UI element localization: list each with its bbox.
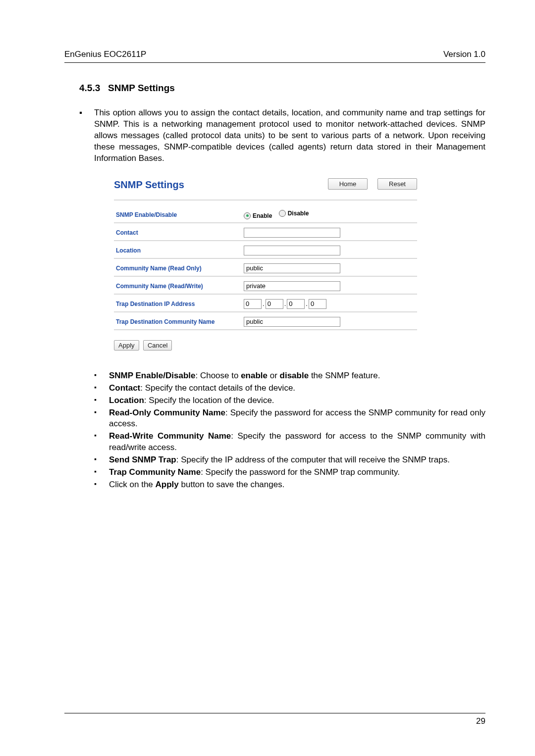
desc-bold: Send SNMP Trap [109,455,176,464]
section-number: 4.5.3 [79,83,100,93]
row-trap-comm: Trap Destination Community Name [114,312,417,330]
ip-dot: . [262,300,266,307]
row-comm-ro: Community Name (Read Only) [114,258,417,276]
list-item: Click on the Apply button to save the ch… [94,479,485,491]
radio-enable-label: Enable [253,212,272,219]
desc-text: : Specify the IP address of the computer… [176,455,450,464]
home-button[interactable]: Home [328,178,368,190]
contact-input[interactable] [244,228,340,238]
description-list: SNMP Enable/Disable: Choose to enable or… [64,370,485,491]
comm-ro-input[interactable] [244,263,340,273]
row-trap-ip: Trap Destination IP Address ... [114,294,417,312]
intro-paragraph: ▪This option allows you to assign the co… [64,107,485,164]
desc-text: : Specify the location of the device. [144,396,274,405]
apply-row: Apply Cancel [114,340,417,351]
desc-bold: SNMP Enable/Disable [109,371,195,380]
apply-button[interactable]: Apply [114,340,139,351]
ip-octet-1[interactable] [244,299,262,309]
desc-text: Click on the [109,480,156,489]
desc-bold: disable [280,371,309,380]
desc-text: : Specify the contact details of the dev… [140,383,295,393]
label-comm-rw: Community Name (Read/Write) [114,276,242,294]
label-contact: Contact [114,223,242,241]
section-heading: 4.5.3 SNMP Settings [79,83,485,94]
row-enable: SNMP Enable/Disable Enable Disable [114,205,417,223]
desc-bold: enable [241,371,268,380]
label-comm-ro: Community Name (Read Only) [114,258,242,276]
page: EnGenius EOC2611P Version 1.0 4.5.3 SNMP… [0,0,535,756]
desc-bold: Read-Write Community Name [109,431,231,441]
snmp-title: SNMP Settings [114,177,184,200]
list-item: Contact: Specify the contact details of … [94,383,485,394]
radio-disable[interactable]: Disable [279,210,309,217]
ip-octet-3[interactable] [287,299,305,309]
label-trap-ip: Trap Destination IP Address [114,294,242,312]
desc-text: button to save the changes. [179,480,285,489]
page-number: 29 [476,716,485,726]
cancel-button[interactable]: Cancel [143,340,172,351]
label-location: Location [114,241,242,258]
list-item: Send SNMP Trap: Specify the IP address o… [94,454,485,466]
radio-icon [279,210,286,217]
desc-bold: Trap Community Name [109,467,201,477]
radio-icon [244,212,251,219]
intro-text: This option allows you to assign the con… [94,108,485,163]
snmp-header: SNMP Settings Home Reset [114,177,417,201]
section-title: SNMP Settings [108,83,175,93]
label-trap-comm: Trap Destination Community Name [114,312,242,330]
snmp-header-buttons: Home Reset [328,177,417,190]
radio-enable[interactable]: Enable [244,212,272,219]
row-comm-rw: Community Name (Read/Write) [114,276,417,294]
desc-text: : Choose to [195,371,241,380]
list-item: Location: Specify the location of the de… [94,395,485,406]
list-item: Read-Write Community Name: Specify the p… [94,431,485,454]
row-location: Location [114,241,417,258]
field-enable: Enable Disable [242,205,350,223]
comm-rw-input[interactable] [244,281,340,291]
list-item: SNMP Enable/Disable: Choose to enable or… [94,370,485,382]
reset-button[interactable]: Reset [377,178,417,190]
embedded-screenshot: SNMP Settings Home Reset SNMP Enable/Dis… [114,177,417,351]
location-input[interactable] [244,246,340,255]
desc-bold: Contact [109,383,140,393]
row-contact: Contact [114,223,417,241]
ip-octet-4[interactable] [309,299,326,309]
page-footer: 29 [64,713,485,726]
ip-dot: . [305,300,309,307]
label-enable: SNMP Enable/Disable [114,205,242,223]
ip-dot: . [283,300,287,307]
trap-comm-input[interactable] [244,317,340,327]
list-item: Trap Community Name: Specify the passwor… [94,467,485,478]
desc-bold: Location [109,396,144,405]
ip-octet-2[interactable] [266,299,283,309]
desc-text: or [268,371,280,380]
radio-disable-label: Disable [288,210,309,217]
header-left: EnGenius EOC2611P [64,50,146,59]
page-header: EnGenius EOC2611P Version 1.0 [64,50,485,63]
header-right: Version 1.0 [443,50,485,59]
desc-bold: Apply [156,480,179,489]
desc-bold: Read-Only Community Name [109,408,225,417]
snmp-form-table: SNMP Enable/Disable Enable Disable Conta… [114,205,417,330]
desc-text: the SNMP feature. [309,371,380,380]
field-trap-ip: ... [242,294,350,312]
desc-text: : Specify the password for the SNMP trap… [201,467,400,477]
list-item: Read-Only Community Name: Specify the pa… [94,407,485,430]
bullet-icon: ▪ [79,107,94,119]
